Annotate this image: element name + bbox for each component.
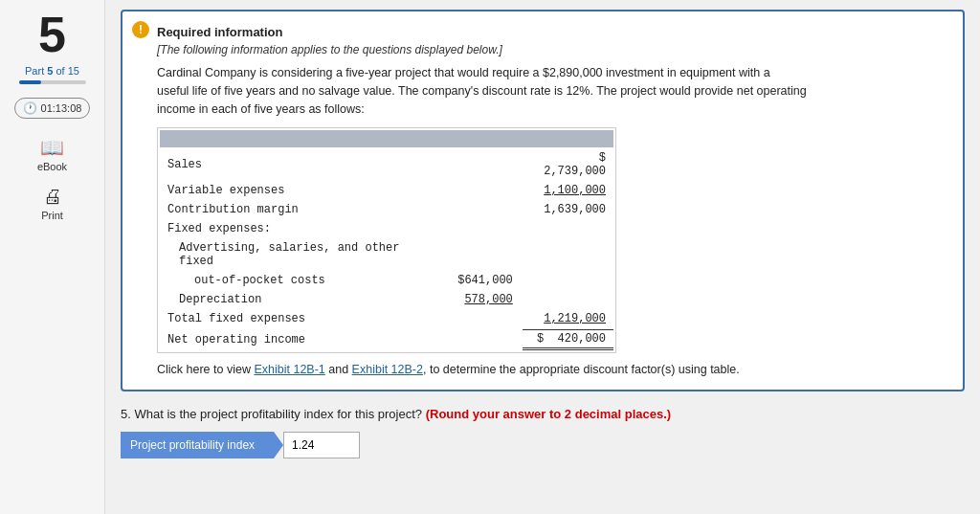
timer-display: 🕐 01:13:08	[14, 98, 91, 119]
part-current: 5	[47, 65, 53, 77]
question-instruction: (Round your answer to 2 decimal places.)	[426, 407, 671, 421]
info-subtitle: [The following information applies to th…	[157, 43, 946, 56]
answer-input[interactable]	[283, 432, 360, 458]
info-body-line1: Cardinal Company is considering a five-y…	[157, 66, 770, 79]
exhibit-after-text: , to determine the appropriate discount …	[423, 363, 740, 376]
timer-value: 01:13:08	[41, 102, 82, 114]
question-number: 5	[38, 10, 66, 59]
clock-icon: 🕐	[23, 101, 37, 115]
table-row: Sales $ 2,739,000	[160, 149, 613, 180]
part-label: Part	[25, 65, 44, 77]
table-row: Net operating income $ 420,000	[160, 329, 613, 350]
progress-bar	[19, 80, 86, 84]
question-body: What is the project profitability index …	[134, 407, 422, 421]
answer-row: Project profitability index	[121, 432, 965, 458]
part-of: of	[56, 65, 64, 77]
part-info: Part 5 of 15	[25, 65, 79, 77]
question-text: 5. What is the project profitability ind…	[121, 405, 965, 424]
exhibit-middle-text: and	[325, 363, 352, 376]
print-button[interactable]: 🖨 Print	[41, 186, 63, 221]
info-body-line2: useful life of five years and no salvage…	[157, 84, 807, 98]
table-row: Total fixed expenses 1,219,000	[160, 310, 613, 327]
exhibit-line: Click here to view Exhibit 12B-1 and Exh…	[157, 363, 946, 376]
ebook-label: eBook	[37, 161, 67, 172]
part-total: 15	[68, 65, 79, 77]
info-body-line3: income in each of five years as follows:	[157, 102, 365, 116]
exhibit1-link[interactable]: Exhibit 12B-1	[254, 363, 324, 376]
print-icon: 🖨	[43, 186, 62, 208]
table-row: Depreciation 578,000	[160, 291, 613, 308]
info-body: Cardinal Company is considering a five-y…	[157, 64, 946, 118]
table-row: Variable expenses 1,100,000	[160, 182, 613, 199]
info-box: ! Required information [The following in…	[121, 10, 965, 391]
answer-triangle	[274, 432, 283, 458]
exhibit-before-text: Click here to view	[157, 363, 254, 376]
print-label: Print	[41, 210, 63, 221]
info-icon: !	[132, 21, 149, 38]
table-row: out-of-pocket costs $641,000	[160, 272, 613, 289]
progress-bar-fill	[19, 80, 41, 84]
table-row: Fixed expenses:	[160, 220, 613, 237]
ebook-icon: 📖	[40, 136, 64, 159]
info-title: Required information	[157, 25, 946, 39]
question-section: 5. What is the project profitability ind…	[121, 405, 965, 458]
answer-label: Project profitability index	[121, 432, 274, 458]
table-row: Advertising, salaries, and other fixed	[160, 239, 613, 270]
sidebar: 5 Part 5 of 15 🕐 01:13:08 📖 eBook 🖨 Prin…	[0, 0, 105, 514]
question-number-label: 5	[121, 407, 127, 421]
table-row: Contribution margin 1,639,000	[160, 201, 613, 218]
exhibit2-link[interactable]: Exhibit 12B-2	[352, 363, 423, 376]
main-content: ! Required information [The following in…	[105, 0, 980, 514]
ebook-button[interactable]: 📖 eBook	[37, 136, 67, 172]
financial-table: Sales $ 2,739,000 Variable expenses 1,10…	[157, 127, 616, 353]
